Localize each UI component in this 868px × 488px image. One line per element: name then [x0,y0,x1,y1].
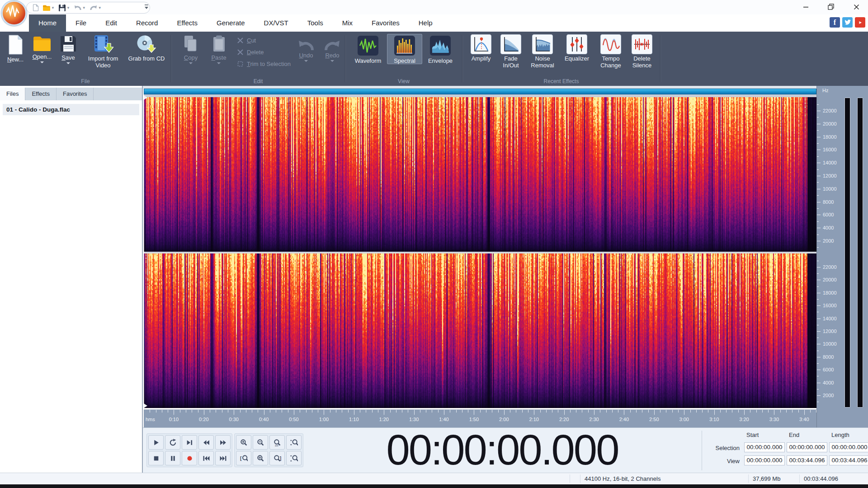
trim-to-selection-button[interactable]: Trim to Selection [237,61,291,67]
timeline-tick [558,410,558,413]
view-length-field[interactable]: 00:03:44.096 [829,455,868,465]
view-start-field[interactable]: 00:00:00.000 [744,455,785,465]
spectral-view-button[interactable]: Spectral [387,34,422,64]
cursor-marker-top-icon[interactable] [144,95,147,100]
timeline-ruler[interactable]: hms 0:100:200:300:400:501:001:101:201:30… [144,409,816,427]
cut-button[interactable]: Cut [237,37,256,44]
tab-effects[interactable]: Effects [25,88,57,100]
play-button[interactable] [148,435,164,450]
copy-button[interactable]: Copy [178,34,204,66]
open-button[interactable]: Open... [29,34,55,65]
timeline-tick [162,410,162,413]
menu-tab-record[interactable]: Record [127,14,167,32]
amplify-button[interactable]: Amplify [467,34,495,62]
selection-start-field[interactable]: 00:00:00.000 [744,442,785,452]
menu-tab-favorites[interactable]: Favorites [362,14,409,32]
menu-tab-file[interactable]: File [66,14,96,32]
zoom-100-button[interactable]: 100 [269,435,285,450]
menu-tab-help[interactable]: Help [409,14,442,32]
qat-save-button[interactable]: ▼ [57,3,71,12]
zoom-vertical-in-button[interactable] [286,435,302,450]
redo-icon [90,5,98,11]
freq-tick [817,130,819,131]
menu-tab-tools[interactable]: Tools [298,14,333,32]
waveform-view-button[interactable]: Waveform [350,34,386,64]
menu-tab-home[interactable]: Home [29,14,66,32]
freq-label: 20000 [823,121,837,127]
twitter-button[interactable] [842,17,853,28]
menu-tab-dxvst[interactable]: DX/VST [255,14,298,32]
zoom-vertical-out-button[interactable] [286,451,302,465]
tab-files[interactable]: Files [0,88,25,100]
noise-removal-button[interactable]: Noise Removal [527,34,558,69]
tempo-change-button[interactable]: Tempo Change [595,34,626,69]
grab-from-cd-button[interactable]: Grab from CD [126,34,167,62]
app-logo-icon[interactable] [1,0,27,26]
zoom-center-icon [257,455,264,462]
zoom-selection-end-button[interactable]: ] [269,451,285,465]
zoom-center-button[interactable] [253,451,268,465]
qat-customize-button[interactable] [144,4,149,12]
stop-button[interactable] [148,451,164,465]
qat-new-button[interactable] [31,3,40,12]
zoom-100-icon: 100 [274,439,281,446]
qat-open-button[interactable]: ▼ [41,3,56,12]
menu-tab-edit[interactable]: Edit [96,14,127,32]
qat-undo-button[interactable]: ▼ [72,3,87,12]
equalizer-button[interactable]: Equalizer [560,34,594,62]
tab-favorites[interactable]: Favorites [57,88,94,100]
undo-button[interactable]: Undo [294,38,318,64]
file-list-item[interactable]: 01 - Calido - Duga.flac [3,104,139,115]
timeline-tick [306,410,307,413]
pause-button[interactable] [165,451,180,465]
freq-label: 16000 [823,303,837,308]
youtube-button[interactable] [855,17,865,28]
menu-tab-generate[interactable]: Generate [207,14,255,32]
spectrogram-channel-left[interactable] [144,97,816,252]
selection-end-field[interactable]: 00:00:00.000 [787,442,827,452]
fast-forward-button[interactable] [215,435,231,450]
zoom-in-button[interactable] [236,435,251,450]
delete-button[interactable]: Delete [237,49,264,56]
view-end-field[interactable]: 00:03:44.096 [787,455,827,465]
timeline-label: 3:20 [739,417,749,422]
paste-button[interactable]: Paste [206,34,232,66]
customize-toolbar-icon [144,4,149,10]
zoom-selection-start-button[interactable]: [ [236,451,251,465]
save-button[interactable]: Save [56,34,80,66]
new-button[interactable]: New... [3,34,28,63]
spectrogram-channel-right[interactable] [144,253,816,408]
selection-length-field[interactable]: 00:00:00.000 [829,442,868,452]
facebook-button[interactable]: f [830,17,840,28]
timeline-tick [204,410,204,415]
delete-silence-button[interactable]: Delete Silence [628,34,656,69]
redo-button[interactable]: Redo [321,38,344,64]
rewind-button[interactable] [198,435,214,450]
ribbon-group-recent-effects: Amplify Fade In/Out Noise Removal Equali… [462,32,660,86]
new-file-icon [7,34,24,55]
record-button[interactable] [182,451,197,465]
timeline-tick [468,410,468,413]
maximize-button[interactable] [821,0,841,14]
timeline-tick [720,410,721,413]
close-button[interactable] [846,0,866,14]
go-start-button[interactable] [198,451,214,465]
loop-button[interactable] [165,435,180,450]
menu-tab-mix[interactable]: Mix [333,14,362,32]
qat-redo-button[interactable]: ▼ [88,3,103,12]
go-end-button[interactable] [215,451,231,465]
play-next-button[interactable] [182,435,197,450]
cursor-marker-bottom-icon[interactable] [144,404,147,408]
envelope-view-button[interactable]: Envelope [423,34,458,64]
minimize-button[interactable] [796,0,816,14]
freq-label: 22000 [823,108,837,113]
fade-in-out-button[interactable]: Fade In/Out [497,34,525,69]
menu-tab-effects[interactable]: Effects [167,14,207,32]
timeline-tick [240,410,241,413]
horizontal-scrollbar[interactable] [144,89,816,94]
import-from-video-button[interactable]: Import from Video [82,34,124,69]
timeline-tick [210,410,210,413]
timeline-tick [444,410,444,415]
zoom-out-button[interactable] [253,435,268,450]
freq-tick [817,286,819,287]
